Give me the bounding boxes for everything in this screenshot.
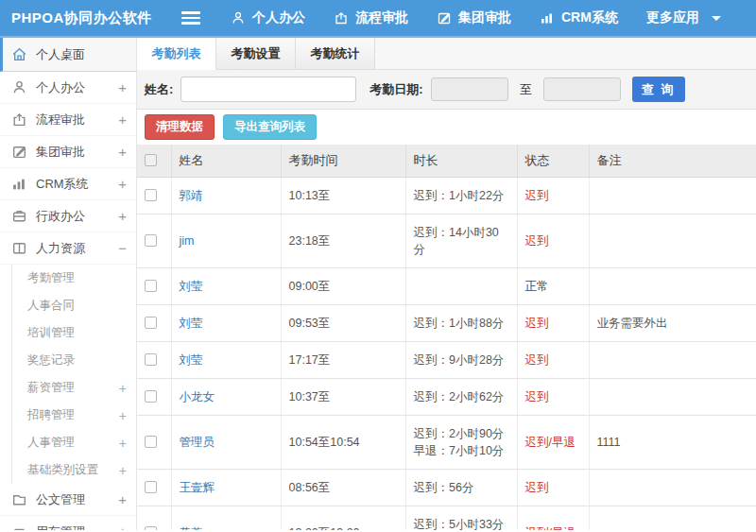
status-badge: 迟到/早退 [517, 506, 589, 530]
sidebar-subitem-recruitment-management[interactable]: 招聘管理 + [12, 402, 136, 429]
sidebar-item-personal-desktop[interactable]: 个人桌面 [0, 38, 136, 72]
attendance-time: 08:56至 [281, 469, 405, 506]
sidebar-subitem-salary-management[interactable]: 薪资管理 + [12, 374, 136, 402]
topnav-personal-office[interactable]: 个人办公 [231, 9, 305, 26]
tab-attendance-list[interactable]: 考勤列表 [137, 38, 216, 70]
sidebar-item-crm-system[interactable]: CRM系统 + [0, 168, 136, 200]
app-title: PHPOA协同办公软件 [0, 9, 181, 27]
sidebar-item-label: 集团审批 [36, 144, 118, 161]
sidebar-item-personal-office[interactable]: 个人办公 + [0, 72, 136, 104]
expand-plus-icon[interactable]: + [118, 176, 127, 192]
sidebar-item-workflow-approval[interactable]: 流程审批 + [0, 104, 136, 136]
row-checkbox[interactable] [145, 280, 157, 292]
search-button[interactable]: 查 询 [632, 77, 685, 102]
row-checkbox[interactable] [145, 317, 157, 329]
chart-icon [540, 10, 555, 26]
sidebar-item-vehicle-management[interactable]: 用车管理 + [0, 516, 136, 530]
attendance-time: 17:17至 [281, 341, 405, 378]
duration-line: 迟到：2小时62分 [414, 388, 509, 405]
note-cell [589, 469, 756, 506]
sidebar-item-admin-office[interactable]: 行政办公 + [0, 200, 136, 232]
topnav-label: 个人办公 [252, 9, 305, 26]
sidebar-subitem-training-management[interactable]: 培训管理 [12, 319, 136, 347]
action-bar: 清理数据 导出查询列表 [137, 110, 756, 145]
employee-name-link[interactable]: 黄蓉 [171, 506, 281, 530]
sidebar-subitem-personnel-contract[interactable]: 人事合同 [12, 292, 136, 319]
table-row: 刘莹 09:00至 正常 [137, 267, 756, 304]
duration-cell: 迟到：1小时22分 [405, 177, 517, 214]
expand-plus-icon[interactable]: + [118, 208, 127, 224]
attendance-time: 10:13至 [281, 177, 405, 214]
sidebar-item-document-management[interactable]: 公文管理 + [0, 484, 136, 516]
name-input[interactable] [180, 77, 356, 102]
employee-name-link[interactable]: 郭靖 [171, 177, 281, 214]
select-all-checkbox[interactable] [145, 154, 157, 166]
expand-plus-icon[interactable]: + [119, 463, 127, 478]
sidebar-subitem-reward-punishment[interactable]: 奖惩记录 [12, 347, 136, 374]
employee-name-link[interactable]: 刘莹 [171, 267, 281, 304]
employee-name-link[interactable]: 管理员 [171, 415, 281, 469]
row-checkbox[interactable] [145, 189, 157, 201]
subitem-label: 培训管理 [27, 325, 127, 341]
date-from-input[interactable] [431, 77, 508, 101]
briefcase-icon [11, 208, 27, 224]
topnav-label: 集团审批 [458, 9, 511, 26]
hr-submenu: 考勤管理 人事合同 培训管理 奖惩记录 薪资管理 + [11, 265, 136, 484]
tab-attendance-settings[interactable]: 考勤设置 [216, 38, 296, 69]
employee-name-link[interactable]: 刘莹 [171, 341, 281, 378]
sidebar-item-label: 个人桌面 [36, 46, 127, 63]
topnav-workflow-approval[interactable]: 流程审批 [334, 9, 408, 26]
subitem-label: 考勤管理 [27, 270, 127, 286]
topnav-group-approval[interactable]: 集团审批 [437, 9, 511, 26]
row-checkbox[interactable] [145, 234, 157, 247]
row-checkbox[interactable] [145, 390, 157, 403]
expand-plus-icon[interactable]: + [119, 381, 127, 396]
row-checkbox-cell [137, 469, 171, 506]
topnav-crm-system[interactable]: CRM系统 [540, 9, 618, 26]
row-checkbox[interactable] [145, 353, 157, 366]
attendance-time: 10:37至 [281, 378, 405, 415]
employee-name-link[interactable]: jim [171, 214, 281, 267]
expand-plus-icon[interactable]: + [118, 491, 127, 507]
row-checkbox[interactable] [145, 436, 157, 448]
sidebar-subitem-attendance-management[interactable]: 考勤管理 [12, 265, 136, 292]
expand-plus-icon[interactable]: + [119, 436, 127, 451]
expand-plus-icon[interactable]: + [118, 523, 127, 530]
topnav-more-apps[interactable]: 更多应用 [646, 9, 721, 26]
duration-line2: 早退：7小时10分 [414, 442, 509, 459]
home-icon [11, 46, 27, 62]
employee-name-link[interactable]: 刘莹 [171, 304, 281, 341]
tab-attendance-statistics[interactable]: 考勤统计 [296, 38, 375, 69]
sidebar-subitem-personnel-management[interactable]: 人事管理 + [12, 429, 136, 456]
expand-plus-icon[interactable]: + [118, 112, 127, 128]
subitem-label: 招聘管理 [27, 407, 119, 423]
expand-plus-icon[interactable]: + [119, 408, 127, 423]
status-badge: 迟到 [517, 341, 589, 378]
expand-plus-icon[interactable]: + [118, 144, 127, 160]
topnav-label: 流程审批 [355, 9, 408, 26]
row-checkbox-cell [137, 267, 171, 304]
clear-data-button[interactable]: 清理数据 [145, 114, 215, 140]
employee-name-link[interactable]: 王壹辉 [171, 469, 281, 506]
row-checkbox[interactable] [145, 481, 157, 493]
employee-name-link[interactable]: 小龙女 [171, 378, 281, 415]
date-to-input[interactable] [543, 77, 621, 101]
sidebar-item-group-approval[interactable]: 集团审批 + [0, 136, 136, 168]
row-checkbox[interactable] [145, 526, 157, 530]
sidebar-item-human-resources[interactable]: 人力资源 − [0, 232, 136, 265]
user-icon [231, 10, 246, 26]
app-window: PHPOA协同办公软件 个人办公 流程审批 集团审批 [0, 0, 756, 532]
menu-icon[interactable] [181, 9, 200, 27]
edit-icon [11, 144, 27, 160]
expand-plus-icon[interactable]: + [118, 79, 127, 95]
attendance-time: 10:54至10:54 [281, 415, 405, 469]
sidebar-item-label: 行政办公 [36, 208, 118, 225]
duration-cell: 迟到：1小时88分 [405, 304, 517, 341]
export-list-button[interactable]: 导出查询列表 [223, 114, 317, 140]
top-header-bar: PHPOA协同办公软件 个人办公 流程审批 集团审批 [0, 0, 756, 38]
subitem-label: 人事合同 [27, 298, 127, 314]
duration-line: 迟到：56分 [414, 479, 509, 496]
collapse-minus-icon[interactable]: − [118, 240, 127, 256]
column-header-note: 备注 [589, 145, 756, 177]
sidebar-subitem-base-category-settings[interactable]: 基础类别设置 + [12, 456, 136, 484]
